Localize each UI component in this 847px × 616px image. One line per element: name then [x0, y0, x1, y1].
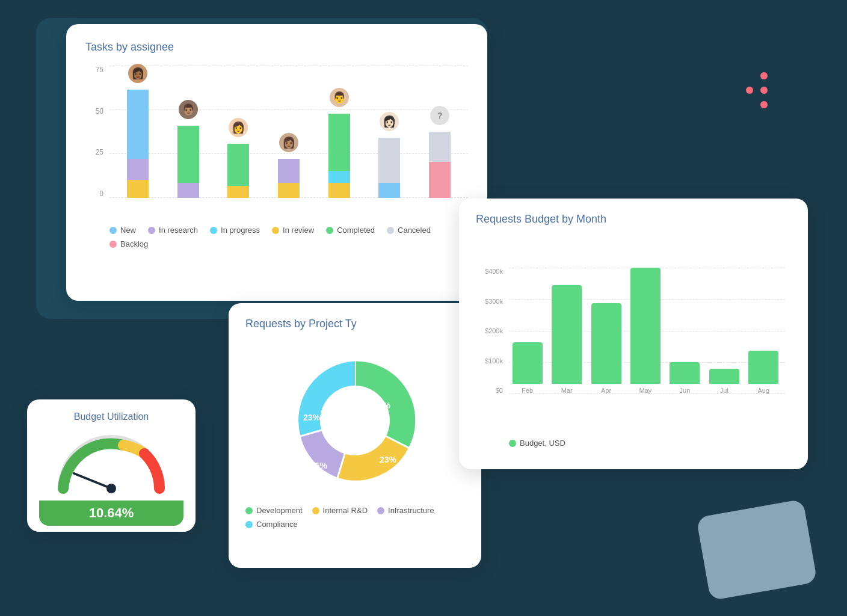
bar-stack-2: 👨🏽	[177, 126, 199, 198]
svg-text:15%: 15%	[310, 461, 328, 470]
bar-group-4: 👩🏽	[273, 159, 305, 198]
legend-canceled: Canceled	[387, 226, 431, 235]
legend-dot-canceled	[387, 227, 394, 234]
bar-stack-3: 👩	[227, 144, 249, 198]
avatar-2: 👨🏽	[177, 99, 199, 120]
monthly-label-feb: Feb	[522, 387, 533, 394]
bar-group-2: 👨🏽	[172, 126, 205, 198]
monthly-y-100k: $100k	[476, 357, 503, 365]
svg-text:23%: 23%	[380, 455, 397, 464]
monthly-bar-feb-bar	[513, 342, 543, 384]
monthly-bar-feb: Feb	[512, 268, 543, 394]
project-card-title: Requests by Project Ty	[245, 318, 464, 330]
legend-label-new: New	[120, 226, 136, 235]
gauge-svg	[51, 428, 171, 494]
bar-seg-5-review	[328, 183, 350, 198]
tasks-legend: New In research In progress In review Co…	[85, 226, 468, 248]
budget-utilization-card: Budget Utilization 10.64%	[27, 399, 196, 532]
monthly-label-jun: Jun	[680, 387, 691, 394]
dot-1	[760, 72, 768, 79]
tasks-chart-area: 0 25 50 75 👩🏾	[85, 66, 468, 216]
avatar-4: 👩🏽	[278, 132, 300, 153]
dot-3	[760, 87, 768, 94]
legend-dot-review	[272, 227, 279, 234]
bar-stack-6: 👩🏻	[378, 138, 400, 198]
dot-4	[760, 101, 768, 108]
avatar-5: 👨	[328, 87, 350, 108]
monthly-bar-jul-bar	[709, 369, 739, 384]
legend-label-research: In research	[159, 226, 198, 235]
legend-label-review: In review	[283, 226, 314, 235]
y-label-50: 50	[85, 107, 103, 116]
legend-dot-research	[148, 227, 155, 234]
bar-group-1: 👩🏾	[122, 90, 154, 198]
legend-inprogress: In progress	[210, 226, 260, 235]
legend-label-infra: Infrastructure	[388, 506, 434, 515]
legend-completed: Completed	[326, 226, 375, 235]
bar-seg-1-review	[127, 180, 149, 198]
decorative-shape-br	[696, 499, 818, 600]
avatar-3: 👩	[227, 117, 249, 138]
monthly-bar-mar-bar	[552, 285, 582, 384]
bar-seg-6-new	[378, 183, 400, 198]
bar-group-3: 👩	[222, 144, 254, 198]
legend-label-rd: Internal R&D	[323, 506, 368, 515]
dot-2	[746, 87, 753, 94]
bar-stack-1: 👩🏾	[127, 90, 149, 198]
bar-seg-2-research	[177, 183, 199, 198]
legend-label-backlog: Backlog	[120, 239, 148, 248]
bars-container: 👩🏾 👨🏽	[109, 66, 468, 198]
legend-label-inprogress: In progress	[221, 226, 260, 235]
gauge-value-bar: 10.64%	[39, 500, 183, 526]
bar-seg-1-new	[127, 90, 149, 159]
legend-infrastructure: Infrastructure	[377, 506, 434, 515]
legend-label-canceled: Canceled	[398, 226, 431, 235]
legend-dot-rd	[312, 507, 319, 514]
budget-card-title: Budget Utilization	[39, 411, 183, 422]
bar-stack-4: 👩🏽	[278, 159, 300, 198]
y-label-25: 25	[85, 148, 103, 156]
legend-dot-backlog	[109, 241, 117, 248]
legend-budget-usd: Budget, USD	[509, 439, 565, 448]
bar-group-6: 👩🏻	[374, 138, 406, 198]
bar-seg-3-review	[227, 186, 249, 198]
bar-stack-7: ?	[429, 132, 451, 198]
tasks-card-title: Tasks by assignee	[85, 41, 468, 54]
monthly-y-400k: $400k	[476, 268, 503, 275]
monthly-bar-apr-bar	[591, 303, 621, 384]
legend-research: In research	[148, 226, 198, 235]
bar-seg-6-canceled	[378, 138, 400, 183]
monthly-y-0: $0	[476, 387, 503, 394]
legend-dot-dev	[245, 507, 253, 514]
monthly-label-aug: Aug	[757, 387, 769, 394]
legend-label-budget: Budget, USD	[520, 439, 565, 448]
legend-dot-compliance	[245, 521, 253, 528]
legend-dot-new	[109, 227, 117, 234]
bar-stack-5: 👨	[328, 114, 350, 198]
monthly-card-title: Requests Budget by Month	[476, 213, 791, 226]
monthly-bar-jun: Jun	[670, 268, 700, 394]
legend-backlog: Backlog	[109, 239, 148, 248]
bar-seg-3-completed	[227, 144, 249, 186]
legend-review: In review	[272, 226, 314, 235]
monthly-budget-card: Requests Budget by Month $0 $100k $200k …	[459, 199, 808, 469]
monthly-bar-apr: Apr	[591, 268, 621, 394]
donut-chart: 38% 23% 15% 23%	[277, 342, 433, 499]
legend-dot-infra	[377, 507, 384, 514]
monthly-y-300k: $300k	[476, 298, 503, 305]
monthly-bars: Feb Mar Apr May	[512, 268, 779, 394]
legend-compliance: Compliance	[245, 520, 298, 529]
donut-wrap: 38% 23% 15% 23%	[245, 342, 464, 499]
monthly-bar-may-bar	[630, 268, 661, 384]
bar-seg-4-research	[278, 159, 300, 183]
monthly-y-200k: $200k	[476, 327, 503, 334]
avatar-7: ?	[429, 105, 451, 126]
svg-line-0	[74, 473, 111, 488]
monthly-label-apr: Apr	[601, 387, 611, 394]
avatar-6: 👩🏻	[378, 111, 400, 132]
bar-seg-7-backlog	[429, 162, 451, 198]
bar-seg-7-canceled	[429, 132, 451, 162]
svg-text:23%: 23%	[303, 413, 321, 422]
project-type-card: Requests by Project Ty 38% 23% 15% 23%	[229, 303, 481, 568]
legend-dot-budget	[509, 440, 516, 447]
